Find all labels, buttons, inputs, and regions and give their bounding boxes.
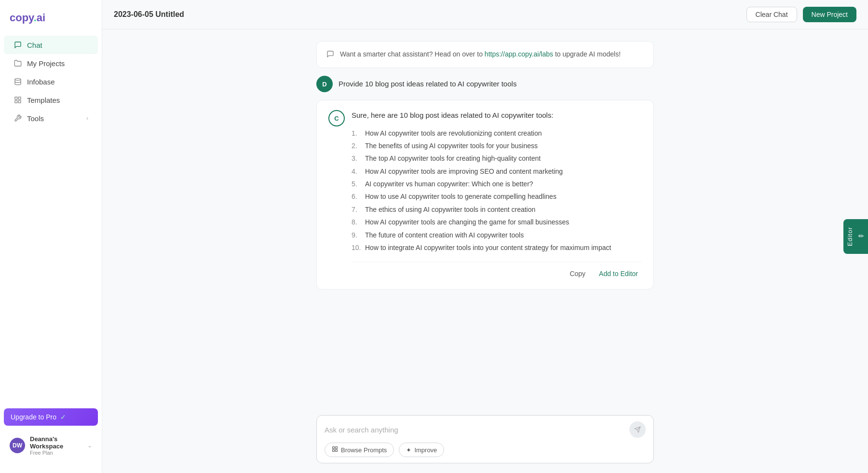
user-message-text: Provide 10 blog post ideas related to AI… — [339, 76, 516, 90]
header: 2023-06-05 Untitled Clear Chat New Proje… — [102, 0, 868, 29]
list-number: 7. — [352, 204, 361, 215]
list-number: 6. — [352, 191, 361, 202]
copy-button[interactable]: Copy — [566, 268, 589, 279]
sidebar-nav: Chat My Projects Infobase Templates Tool… — [0, 36, 102, 127]
check-icon: ✓ — [60, 413, 66, 421]
list-item-text: The top AI copywriter tools for creating… — [365, 153, 541, 164]
chat-area: Want a smarter chat assistant? Head on o… — [102, 29, 868, 407]
sidebar-item-infobase-label: Infobase — [27, 78, 55, 86]
upgrade-label: Upgrade to Pro — [11, 413, 56, 421]
svg-rect-7 — [333, 447, 335, 449]
input-actions: Browse Prompts ✦ Improve — [325, 443, 646, 457]
sidebar-item-infobase[interactable]: Infobase — [4, 72, 98, 91]
svg-rect-10 — [333, 450, 335, 452]
list-item-text: How AI copywriter tools are improving SE… — [365, 166, 563, 177]
list-item: 4.How AI copywriter tools are improving … — [352, 165, 642, 178]
user-message-row: D Provide 10 blog post ideas related to … — [316, 76, 654, 92]
chat-input[interactable] — [325, 426, 624, 434]
main-content: 2023-06-05 Untitled Clear Chat New Proje… — [102, 0, 868, 473]
editor-panel[interactable]: ✏ Editor — [843, 219, 868, 254]
list-number: 3. — [352, 153, 361, 164]
avatar: DW — [10, 438, 25, 453]
improve-button[interactable]: ✦ Improve — [399, 443, 444, 457]
wrench-icon — [14, 114, 22, 123]
logo: copy.ai — [0, 8, 102, 36]
list-number: 5. — [352, 179, 361, 189]
info-banner: Want a smarter chat assistant? Head on o… — [316, 41, 654, 68]
svg-rect-3 — [18, 100, 21, 103]
sidebar-item-templates[interactable]: Templates — [4, 91, 98, 109]
svg-point-0 — [15, 78, 21, 80]
tools-chevron-icon: › — [86, 115, 88, 122]
editor-panel-label: Editor — [846, 227, 854, 246]
list-item-text: How AI copywriter tools are revolutioniz… — [365, 128, 542, 139]
pencil-icon: ✏ — [857, 233, 865, 241]
list-item: 3.The top AI copywriter tools for creati… — [352, 152, 642, 165]
info-link[interactable]: https://app.copy.ai/labs — [485, 50, 553, 58]
sidebar-bottom: Upgrade to Pro ✓ DW Deanna's Workspace F… — [0, 403, 102, 465]
svg-rect-4 — [15, 100, 17, 103]
user-chevron-icon: ⌄ — [87, 442, 92, 449]
list-number: 1. — [352, 128, 361, 139]
sidebar-item-chat[interactable]: Chat — [4, 36, 98, 54]
browse-icon — [332, 446, 338, 454]
svg-rect-9 — [336, 450, 338, 452]
header-actions: Clear Chat New Project — [746, 7, 856, 22]
browse-prompts-label: Browse Prompts — [341, 446, 387, 454]
list-item: 2.The benefits of using AI copywriter to… — [352, 139, 642, 152]
folder-icon — [14, 59, 22, 68]
sidebar-item-my-projects[interactable]: My Projects — [4, 54, 98, 72]
chat-container: Want a smarter chat assistant? Head on o… — [316, 41, 654, 290]
response-actions: Copy Add to Editor — [352, 262, 642, 279]
list-number: 10. — [352, 242, 361, 253]
ai-list: 1.How AI copywriter tools are revolution… — [352, 127, 642, 254]
grid-icon — [14, 96, 22, 104]
sidebar: copy.ai Chat My Projects Infobase Templa… — [0, 0, 102, 473]
list-item: 6.How to use AI copywriter tools to gene… — [352, 190, 642, 203]
sparkle-icon: ✦ — [406, 446, 411, 454]
send-button[interactable] — [629, 421, 646, 438]
user-plan: Free Plan — [30, 450, 82, 456]
list-item: 10.How to integrate AI copywriter tools … — [352, 241, 642, 254]
list-item-text: How to use AI copywriter tools to genera… — [365, 191, 556, 202]
message-icon — [326, 50, 334, 60]
upgrade-to-pro-button[interactable]: Upgrade to Pro ✓ — [4, 408, 98, 426]
list-item-text: The future of content creation with AI c… — [365, 230, 524, 240]
add-to-editor-button[interactable]: Add to Editor — [595, 268, 642, 279]
input-row — [325, 421, 646, 438]
info-banner-text: Want a smarter chat assistant? Head on o… — [340, 49, 621, 59]
user-message-avatar: D — [316, 76, 333, 92]
list-number: 9. — [352, 230, 361, 240]
new-project-button[interactable]: New Project — [803, 7, 856, 22]
browse-prompts-button[interactable]: Browse Prompts — [325, 443, 394, 457]
chat-icon — [14, 41, 22, 49]
svg-rect-1 — [15, 97, 17, 99]
list-number: 8. — [352, 217, 361, 227]
sidebar-item-templates-label: Templates — [27, 96, 60, 104]
user-info: Deanna's Workspace Free Plan — [30, 435, 82, 456]
sidebar-item-tools-label: Tools — [27, 114, 44, 123]
list-item: 9.The future of content creation with AI… — [352, 229, 642, 241]
input-area: Browse Prompts ✦ Improve — [102, 407, 868, 473]
clear-chat-button[interactable]: Clear Chat — [746, 7, 797, 22]
list-number: 2. — [352, 140, 361, 151]
svg-rect-2 — [18, 97, 21, 99]
sidebar-item-tools[interactable]: Tools › — [4, 109, 98, 127]
user-name: Deanna's Workspace — [30, 435, 82, 450]
list-item: 8.How AI copywriter tools are changing t… — [352, 216, 642, 228]
ai-avatar: C — [328, 110, 345, 126]
input-container: Browse Prompts ✦ Improve — [316, 415, 654, 463]
ai-response: C Sure, here are 10 blog post ideas rela… — [316, 100, 654, 290]
list-item: 1.How AI copywriter tools are revolution… — [352, 127, 642, 139]
improve-label: Improve — [414, 446, 437, 454]
list-item-text: How to integrate AI copywriter tools int… — [365, 242, 611, 253]
list-item-text: The benefits of using AI copywriter tool… — [365, 140, 538, 151]
page-title: 2023-06-05 Untitled — [114, 10, 184, 19]
ai-intro-text: Sure, here are 10 blog post ideas relate… — [352, 110, 642, 121]
list-item-text: AI copywriter vs human copywriter: Which… — [365, 179, 533, 189]
ai-content: Sure, here are 10 blog post ideas relate… — [352, 110, 642, 279]
list-item: 5.AI copywriter vs human copywriter: Whi… — [352, 178, 642, 190]
logo-text: copy.ai — [10, 12, 45, 24]
sidebar-item-my-projects-label: My Projects — [27, 59, 65, 68]
user-section[interactable]: DW Deanna's Workspace Free Plan ⌄ — [4, 431, 98, 459]
